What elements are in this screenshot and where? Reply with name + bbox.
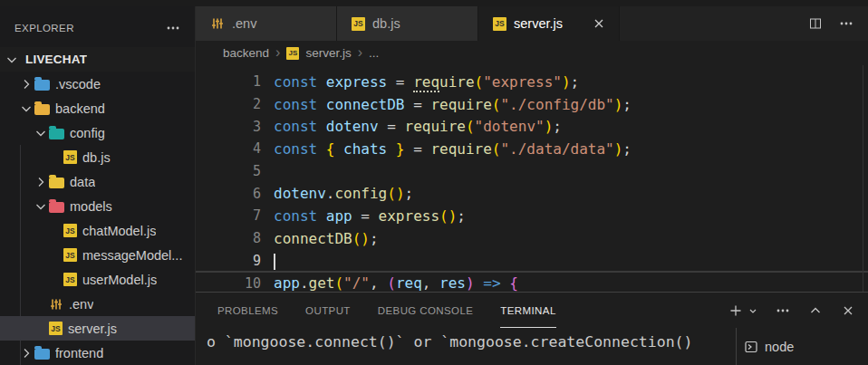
panel-tab-terminal[interactable]: TERMINAL [500, 293, 555, 328]
code-token: "./data/data" [500, 140, 613, 158]
code-token: ) [396, 185, 405, 202]
code-token: "express" [483, 73, 562, 91]
panel-more-actions[interactable] [774, 302, 792, 320]
maximize-panel-button[interactable] [806, 302, 825, 320]
breadcrumb-item[interactable]: ... [369, 46, 379, 60]
tree-item-config[interactable]: config [0, 120, 195, 145]
chevron-right-icon[interactable] [33, 175, 49, 189]
code-line-8[interactable]: 8connectDB(); [196, 227, 868, 250]
code-line-6[interactable]: 6dotenv.config(); [196, 182, 868, 205]
code-token: ; [571, 73, 580, 91]
tree-item-server-js[interactable]: JSserver.js [0, 316, 195, 341]
code-token: = [413, 96, 430, 113]
tree-root-livechat[interactable]: LIVECHAT [0, 47, 196, 72]
chevron-down-icon[interactable] [33, 199, 49, 214]
chevron-down-icon[interactable] [4, 53, 20, 67]
line-number: 10 [196, 275, 261, 292]
code-token: ) [614, 140, 623, 158]
tree-item-label: chatModel.js [82, 224, 156, 238]
code-token: ; [405, 185, 414, 202]
code-text: app.get("/", (req, res) => { [274, 274, 518, 292]
tree-item-chatmodel-js[interactable]: JSchatModel.js [0, 218, 195, 243]
code-token: connectDB [274, 230, 352, 247]
tree-item--env[interactable]: .env [0, 292, 195, 316]
code-editor[interactable]: 1const express = require("express");2con… [196, 65, 868, 292]
close-tab-icon[interactable] [590, 14, 608, 33]
tree-item-backend[interactable]: backend [0, 96, 195, 120]
tree-item-models[interactable]: models [0, 194, 195, 218]
new-terminal-button[interactable] [727, 302, 745, 320]
code-line-9[interactable]: 9 [196, 250, 868, 273]
tree-item-label: data [70, 175, 95, 189]
code-token: ; [622, 96, 632, 113]
panel-tab-debug-console[interactable]: DEBUG CONSOLE [378, 293, 474, 328]
code-text: const express = require("express"); [274, 73, 579, 91]
panel-tab-problems[interactable]: PROBLEMS [217, 293, 278, 328]
tab-db-js[interactable]: JSdb.js [337, 6, 478, 41]
terminal-instance[interactable] [744, 360, 868, 365]
code-token: const [274, 96, 326, 113]
terminal-profile-dropdown[interactable] [747, 302, 759, 320]
code-line-4[interactable]: 4const { chats } = require("./data/data"… [196, 138, 868, 160]
explorer-title: EXPLORER [14, 23, 164, 34]
code-token: "./config/db" [500, 96, 613, 113]
panel-tab-output[interactable]: OUTPUT [305, 293, 351, 328]
line-number: 7 [196, 207, 261, 224]
editor-area: .envJSdb.jsJSserver.js backend›JSserver.… [196, 0, 868, 365]
line-number: 9 [196, 253, 261, 269]
terminal-instance-node[interactable]: node [744, 333, 868, 360]
code-token: ( [387, 274, 396, 292]
chevron-right-icon[interactable] [18, 77, 34, 91]
code-line-3[interactable]: 3const dotenv = require("dotenv"); [196, 115, 868, 138]
line-number: 5 [196, 163, 261, 179]
js-icon: JS [63, 150, 77, 164]
js-icon: JS [49, 322, 63, 335]
line-number: 1 [196, 73, 261, 90]
explorer-sidebar: EXPLORER LIVECHAT.vscodebackendconfigJSd… [0, 0, 196, 365]
tree-item-messagemodel-[interactable]: JSmessageModel... [0, 243, 195, 267]
chevron-down-icon[interactable] [18, 101, 34, 116]
chevron-right-icon[interactable] [18, 346, 34, 360]
code-token: connectDB [326, 96, 413, 113]
code-token: ) [466, 274, 475, 292]
chevron-spacer [47, 273, 63, 287]
code-line-2[interactable]: 2const connectDB = require("./config/db"… [196, 93, 868, 116]
tree-item-label: db.js [82, 150, 111, 165]
tree-item-db-js[interactable]: JSdb.js [0, 145, 195, 169]
split-editor-button[interactable] [806, 14, 825, 33]
code-token: ( [475, 73, 484, 91]
code-token: = [396, 73, 413, 91]
code-line-7[interactable]: 7const app = express(); [196, 205, 868, 227]
code-token: require [430, 140, 491, 158]
code-token: res [439, 274, 466, 292]
tab-server-js[interactable]: JSserver.js [478, 6, 620, 41]
tree-item--vscode[interactable]: .vscode [0, 72, 195, 96]
tree-item-data[interactable]: data [0, 169, 195, 194]
terminal-output[interactable]: o `mongoose.connect()` or `mongoose.crea… [196, 328, 736, 365]
backend-folder [34, 104, 50, 115]
code-token: dotenv [326, 118, 387, 135]
code-token: req [413, 73, 439, 92]
code-token: . [326, 185, 335, 202]
explorer-header: EXPLORER [0, 0, 195, 47]
vscode-window: EXPLORER LIVECHAT.vscodebackendconfigJSd… [0, 0, 868, 365]
code-line-1[interactable]: 1const express = require("express"); [196, 71, 868, 93]
tree-item-label: config [70, 126, 105, 140]
line-number: 6 [196, 186, 261, 202]
code-text: const app = express(); [274, 207, 466, 225]
editor-more-actions[interactable] [837, 14, 855, 33]
code-line-5[interactable]: 5 [196, 160, 868, 183]
tab--env[interactable]: .env [196, 6, 337, 41]
breadcrumb-item[interactable]: server.js [305, 46, 351, 60]
breadcrumb-item[interactable]: backend [223, 46, 269, 60]
tree-item-label: models [70, 199, 112, 214]
code-token: const [274, 140, 326, 158]
tree-item-usermodel-js[interactable]: JSuserModel.js [0, 267, 195, 292]
code-line-10[interactable]: 10app.get("/", (req, res) => { [196, 272, 868, 292]
explorer-more-actions-button[interactable] [164, 19, 182, 37]
close-panel-button[interactable] [839, 302, 857, 320]
tree-item-frontend[interactable]: frontend [0, 341, 195, 365]
js-icon: JS [352, 17, 365, 31]
env-icon [49, 297, 63, 312]
chevron-down-icon[interactable] [33, 126, 49, 140]
